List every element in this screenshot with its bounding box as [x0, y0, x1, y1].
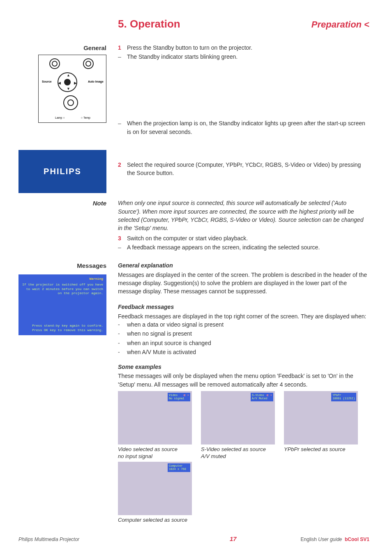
status-icon: ◧ ✕	[184, 394, 189, 397]
feedback-tag: ◧ ✕ S-Video A/V Muted	[251, 393, 273, 401]
tag-line: 1024 x 768	[169, 467, 189, 471]
tag-line: Computer	[169, 464, 189, 467]
step-number: 2	[118, 161, 127, 177]
footer-right: English User guide bCool SV1	[301, 536, 369, 543]
dash-icon: -	[118, 329, 127, 338]
feedback-tag: ◧ ✕ Video No signal	[168, 393, 190, 401]
dash-icon: -	[118, 339, 127, 347]
feedback-intro: Feedback messages are displayed in the t…	[118, 312, 369, 320]
lamp-note: – When the projection lamp is on, the St…	[118, 119, 369, 136]
section-subtitle: Preparation <	[311, 18, 369, 31]
label-note: Note	[18, 199, 106, 208]
example-caption: Video selected as source no input signal	[118, 446, 192, 460]
subtitle-text: Preparation	[311, 19, 362, 30]
step-2: 2 Select the required source (Computer, …	[118, 161, 369, 177]
label-general: General	[18, 44, 106, 53]
example-ypbpr: YPbPr 1080i (1125I)	[284, 391, 358, 444]
chevron-left-icon: <	[364, 19, 369, 30]
subhead-feedback: Feedback messages	[118, 303, 369, 311]
example-computer: Computer 1024 x 768	[118, 462, 192, 515]
subhead-examples: Some examples	[118, 363, 369, 371]
step-1-sub: – The Standby indicator starts blinking …	[118, 53, 369, 61]
footer-left: Philips Multimedia Projector	[18, 536, 79, 543]
list-item: when a data or video signal is present	[127, 320, 224, 329]
subhead-general-explanation: General explanation	[118, 261, 369, 269]
step-1: 1 Press the Standby button to turn on th…	[118, 44, 369, 52]
dash-icon: -	[118, 320, 127, 329]
dash-icon: –	[118, 119, 127, 136]
label-messages: Messages	[18, 261, 106, 270]
step-text: Switch on the computer or start video pl…	[127, 234, 248, 242]
warning-line: Press OK key to remove this warning.	[22, 328, 103, 333]
page-number: 17	[230, 534, 237, 543]
examples-row: ◧ ✕ Video No signal Video selected as so…	[118, 391, 369, 460]
step-subtext: The Standby indicator starts blinking gr…	[127, 53, 238, 61]
list-item: when no signal is present	[127, 329, 192, 338]
control-panel-diagram: ▲ ▼ ◀ ▶ Source Auto Image Lamp ○ ○ Temp	[38, 55, 106, 123]
step-subtext: A feedback message appears on the screen…	[127, 243, 320, 251]
example-caption: S-Video selected as source A/V muted	[201, 446, 275, 460]
warning-box: Warning If the projector is switched off…	[18, 274, 106, 335]
note-body: When only one input source is connected,…	[118, 199, 369, 232]
joystick-icon: ▲ ▼ ◀ ▶	[58, 72, 77, 92]
note-text: When the projection lamp is on, the Stan…	[127, 119, 369, 136]
step-text: Press the Standby button to turn on the …	[127, 44, 252, 52]
label-lamp: Lamp ○	[55, 116, 65, 120]
example-caption: Computer selected as source	[118, 517, 192, 524]
warning-line: If the projector is switched off you hav…	[22, 283, 103, 296]
tag-line: A/V Muted	[252, 397, 272, 400]
list-item: when A/V Mute is activated	[127, 348, 196, 356]
step-3-sub: – A feedback message appears on the scre…	[118, 243, 369, 251]
label-temp: ○ Temp	[81, 116, 90, 120]
general-explanation-body: Messages are displayed in the center of …	[118, 271, 369, 296]
knob-icon	[49, 58, 60, 69]
list-item: when an input source is changed	[127, 339, 211, 347]
tag-line: YPbPr	[332, 394, 355, 397]
warning-title: Warning	[22, 277, 103, 281]
step-text: Select the required source (Computer, YP…	[127, 161, 369, 177]
feedback-tag: Computer 1024 x 768	[168, 463, 190, 472]
examples-row: Computer 1024 x 768 Computer selected as…	[118, 462, 369, 524]
warning-line: Press stand-by key again to confirm.	[22, 324, 103, 328]
tag-line: 1080i (1125I)	[332, 397, 355, 400]
step-number: 3	[118, 234, 127, 242]
tag-line: No signal	[169, 397, 189, 400]
section-title: 5. Operation	[118, 16, 180, 32]
feedback-tag: YPbPr 1080i (1125I)	[331, 393, 356, 401]
status-icon: ◧ ✕	[267, 394, 272, 397]
step-number: 1	[118, 44, 127, 52]
philips-splash: PHILIPS	[18, 150, 106, 193]
example-video: ◧ ✕ Video No signal	[118, 391, 192, 444]
standby-button-icon	[63, 95, 78, 110]
example-svideo: ◧ ✕ S-Video A/V Muted	[201, 391, 275, 444]
dash-icon: –	[118, 53, 127, 61]
example-caption: YPbPr selected as source	[284, 446, 358, 453]
examples-intro: These messages will only be displayed wh…	[118, 372, 369, 389]
page-header: 5. Operation Preparation <	[118, 16, 369, 32]
knob-icon	[83, 58, 94, 69]
label-autoimage: Auto Image	[88, 80, 104, 84]
step-3: 3 Switch on the computer or start video …	[118, 234, 369, 242]
dash-icon: –	[118, 243, 127, 251]
page-footer: Philips Multimedia Projector 17 English …	[18, 534, 369, 543]
label-source: Source	[42, 80, 52, 84]
dash-icon: -	[118, 348, 127, 356]
philips-logo: PHILIPS	[44, 166, 81, 177]
